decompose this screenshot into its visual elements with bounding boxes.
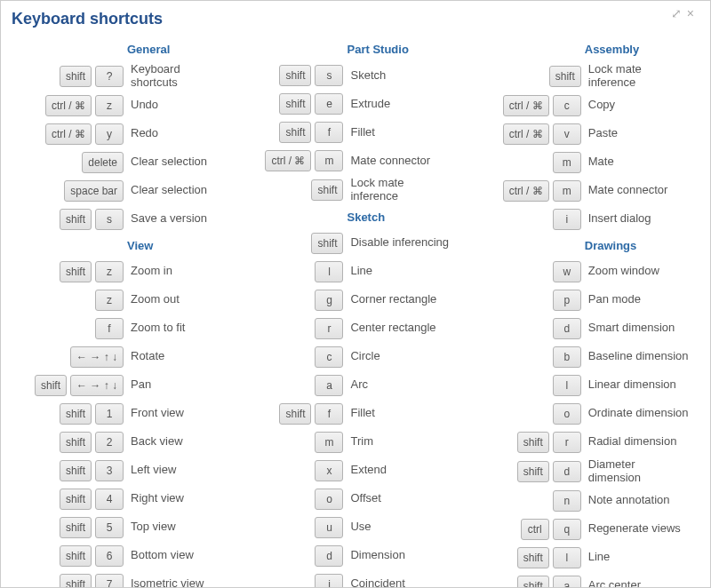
shortcut-desc: Ordinate dimension bbox=[588, 407, 689, 420]
shortcut-row: ctrl / ⌘cCopy bbox=[469, 93, 689, 118]
key-badge: shift bbox=[279, 93, 311, 115]
shortcut-desc: Mate connector bbox=[350, 155, 430, 168]
shortcut-row: xExtend bbox=[231, 458, 451, 483]
shortcut-keys: r bbox=[231, 318, 343, 339]
shortcut-keys: ctrl / ⌘v bbox=[469, 123, 581, 145]
dialog-title: Keyboard shortcuts bbox=[12, 10, 689, 28]
shortcut-row: ctrl / ⌘vPaste bbox=[469, 122, 689, 147]
shortcut-row: mMate bbox=[469, 150, 689, 175]
key-badge: o bbox=[315, 489, 343, 510]
shortcut-row: wZoom window bbox=[469, 259, 689, 284]
key-badge: delete bbox=[82, 152, 124, 173]
shortcut-keys: o bbox=[469, 403, 581, 425]
key-badge: shift bbox=[60, 209, 92, 230]
shortcut-row: bBaseline dimension bbox=[469, 345, 689, 369]
shortcut-row: oOrdinate dimension bbox=[469, 401, 689, 426]
shortcut-keys: g bbox=[231, 290, 343, 311]
key-badge: w bbox=[553, 261, 581, 282]
shortcut-row: aArc bbox=[231, 373, 451, 398]
shortcut-keys: i bbox=[231, 574, 343, 587]
key-badge: z bbox=[95, 261, 124, 282]
shortcut-row: shift5Top view bbox=[12, 515, 213, 540]
shortcut-keys: d bbox=[231, 545, 343, 567]
shortcut-desc: Use bbox=[350, 520, 371, 534]
key-badge: shift bbox=[60, 517, 92, 538]
shortcut-keys: shift5 bbox=[12, 517, 124, 538]
shortcut-row: iCoincident bbox=[231, 572, 451, 587]
key-badge: shift bbox=[279, 122, 311, 143]
dialog-body[interactable]: Keyboard shortcuts Generalshift?Keyboard… bbox=[1, 1, 699, 587]
key-badge: shift bbox=[60, 489, 92, 510]
shortcut-keys: ctrl / ⌘m bbox=[231, 150, 343, 171]
key-badge: 4 bbox=[95, 489, 124, 510]
shortcut-row: shiftLock mate inference bbox=[469, 63, 689, 90]
key-badge: l bbox=[553, 375, 581, 396]
shortcut-desc: Pan bbox=[131, 378, 151, 392]
shortcut-row: pPan mode bbox=[469, 288, 689, 313]
shortcut-desc: Fillet bbox=[350, 407, 374, 420]
shortcut-keys: ctrlq bbox=[469, 519, 581, 540]
key-badge: 6 bbox=[95, 545, 124, 567]
shortcut-row: shift6Bottom view bbox=[12, 544, 213, 568]
shortcut-row: fZoom to fit bbox=[12, 316, 213, 341]
shortcut-keys: x bbox=[231, 460, 343, 481]
section-title: Assembly bbox=[585, 43, 689, 56]
shortcut-row: zZoom out bbox=[12, 288, 213, 313]
shortcut-row: nNote annotation bbox=[469, 489, 689, 513]
key-badge: a bbox=[315, 375, 343, 396]
shortcut-keys: shifts bbox=[231, 65, 343, 86]
key-badge: ? bbox=[95, 66, 124, 87]
shortcut-row: ctrl / ⌘zUndo bbox=[12, 93, 213, 118]
shortcut-keys: ctrl / ⌘m bbox=[469, 180, 581, 202]
shortcut-keys: o bbox=[231, 489, 343, 510]
shortcut-desc: Zoom in bbox=[131, 265, 172, 278]
key-badge: a bbox=[553, 576, 581, 587]
key-badge: d bbox=[553, 461, 581, 482]
key-badge: ctrl / ⌘ bbox=[503, 95, 549, 116]
key-badge: 5 bbox=[95, 517, 124, 538]
shortcut-keys: ← → ↑ ↓ bbox=[12, 346, 124, 368]
key-badge: b bbox=[553, 346, 581, 368]
shortcut-row: shift← → ↑ ↓Pan bbox=[12, 373, 213, 398]
key-badge: shift bbox=[60, 574, 92, 587]
key-badge: d bbox=[553, 318, 581, 339]
shortcut-row: shift4Right view bbox=[12, 487, 213, 512]
shortcut-keys: shift1 bbox=[12, 403, 124, 425]
shortcut-keys: space bar bbox=[12, 180, 124, 202]
shortcut-desc: Disable inferencing bbox=[350, 236, 449, 250]
shortcut-desc: Save a version bbox=[131, 212, 207, 226]
shortcut-desc: Left view bbox=[131, 464, 176, 477]
key-badge: shift bbox=[517, 576, 549, 587]
shortcut-keys: shifts bbox=[12, 209, 124, 230]
key-badge: n bbox=[553, 490, 581, 512]
shortcut-row: lLine bbox=[231, 259, 451, 284]
key-badge: d bbox=[315, 545, 343, 567]
shortcut-desc: Clear selection bbox=[131, 184, 207, 197]
shortcut-keys: l bbox=[231, 261, 343, 282]
shortcut-keys: ctrl / ⌘y bbox=[12, 123, 124, 145]
shortcut-row: ctrl / ⌘yRedo bbox=[12, 122, 213, 147]
key-badge: shift bbox=[60, 432, 92, 453]
key-badge: ctrl / ⌘ bbox=[503, 180, 549, 202]
key-badge: z bbox=[95, 290, 124, 311]
key-badge: r bbox=[553, 432, 581, 453]
shortcut-keys: a bbox=[231, 375, 343, 396]
shortcut-desc: Linear dimension bbox=[588, 378, 676, 392]
key-badge: s bbox=[95, 209, 124, 230]
shortcut-keys: shift7 bbox=[12, 574, 124, 587]
shortcut-row: shift?Keyboard shortcuts bbox=[12, 63, 213, 90]
key-badge: y bbox=[95, 123, 124, 145]
key-badge: shift bbox=[549, 66, 581, 87]
key-badge: m bbox=[553, 152, 581, 173]
key-badge: shift bbox=[60, 460, 92, 481]
key-badge: f bbox=[95, 318, 124, 339]
key-badge: ctrl / ⌘ bbox=[45, 123, 92, 145]
shortcut-desc: Insert dialog bbox=[588, 212, 651, 226]
key-badge: m bbox=[315, 150, 343, 171]
shortcut-keys: b bbox=[469, 346, 581, 368]
shortcut-row: ← → ↑ ↓Rotate bbox=[12, 345, 213, 369]
shortcut-row: shiftfFillet bbox=[231, 120, 451, 145]
shortcut-row: shiftsSave a version bbox=[12, 207, 213, 232]
key-badge: 2 bbox=[95, 432, 124, 453]
shortcut-desc: Line bbox=[588, 551, 611, 564]
